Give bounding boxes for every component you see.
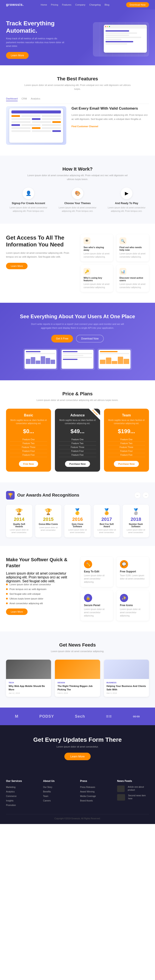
award-5-desc: Lorem ipsum dolor sit amet consectetur. [126,528,145,534]
footer-about-list: Our Story Benefits Team Careers [43,786,75,802]
info-right: 👁 See who's staying away Lorem ipsum dol… [80,234,149,292]
info-card-4: 📊 Discover most active users Lorem ipsum… [117,265,149,292]
awards-prev-button[interactable]: ← [134,492,141,498]
features-tabs: Dashboard CRM Analytics [6,97,149,101]
navbar-cta-button[interactable]: Download Now [126,2,149,7]
quick-cta-button[interactable]: Learn More [6,608,27,615]
pricing-feature: Feature Five [108,453,145,457]
info-section: Get Access To All The Information You Ne… [0,224,155,303]
quick-card-edit-desc: Lorem ipsum dolor sit amet consectetur a… [84,574,110,584]
step-2: 🎨 Choose Your Themes Lorem ipsum dolor s… [55,188,100,213]
footer-service-4: Insights [6,799,38,802]
news-section: Get News Feeds Lorem ipsum dolor sit ame… [0,632,155,708]
features-link[interactable]: Find Customer Channel [72,125,98,127]
quick-title: Make Your Softwer Quick & Faster [6,557,75,569]
pricing-team-button[interactable]: Purchase Now [114,461,139,467]
awards-title: 🏆 Our Awards And Recognitions [6,491,79,500]
banner-secondary-button[interactable]: Download Now [76,335,104,342]
quick-card-icons-desc: Lorem ipsum dolor sit amet consectetur a… [120,608,145,617]
award-3-desc: Lorem ipsum dolor sit amet consectetur. [68,528,87,534]
footer-news-item-1: Article one about product [117,786,149,792]
quick-section: Make Your Softwer Quick & Faster Lorem i… [0,546,155,632]
award-4-name: Best Css Soft Award [97,523,117,528]
news-card-2-title[interactable]: The Right Thinking Biggen Job Picking Th… [58,684,97,691]
hero-cta-button[interactable]: Learn More [6,52,29,59]
nav-link-features[interactable]: Features [62,3,71,6]
info-card-2-desc: Lorem ipsum dolor sit amet consectetur a… [120,252,146,258]
quick-feature-3: Sed feugiat odio velit volutpat [6,593,75,595]
info-card-1-icon: 👁 [83,237,90,244]
pricing-cards: Basic Morbi sagittis lacus ac diam facil… [6,409,149,472]
awards-nav: ← → [134,492,149,498]
footer-services: Our Services Marketing Analytics Commerc… [6,780,38,808]
footer-news-text-1: Article one about product [128,786,149,792]
nav-link-blog[interactable]: Blog [105,3,109,6]
quick-card-icons-title: Free Icons [120,604,145,607]
banner-primary-button[interactable]: Get It Free [51,335,73,342]
news-card-3-title[interactable]: Helping Your Business And Clients Safe W… [107,684,146,691]
step-2-icon: 🎨 [72,188,83,199]
news-cards: TECH Why Web App Mobile Should Be More J… [6,660,149,697]
quick-card-icons-icon: ✨ [120,594,128,602]
step-1: 👤 Signup For Create Account Lorem ipsum … [6,188,51,213]
nav-link-changelog[interactable]: Changelog [89,3,101,6]
pricing-card-team-features: Feature One Feature Two Feature Three Fe… [108,438,145,457]
award-4-year: 2017 [97,517,117,522]
newsletter-cta-button[interactable]: Learn More [64,752,91,760]
footer-press-3: Media Coverage [80,795,112,798]
quick-feature-4-dot [6,598,8,600]
quick-feature-5-dot [6,603,8,604]
features-row: Get Every Email With Valid Customers Lor… [6,106,149,145]
hero-content: Track Everything Automatic. Keep track o… [6,20,78,59]
pricing-feature: Feature Five [10,453,47,457]
pricing-card-team-price: $199... [108,428,145,435]
quick-card-secure-desc: Lorem ipsum dolor sit amet consectetur a… [84,608,110,617]
navbar: growssis. Home Pricing Features Company … [0,0,155,10]
quick-feature-1-dot [6,584,8,585]
pricing-feature: Feature One [108,438,145,442]
hero-image-box [93,22,149,57]
nav-link-home[interactable]: Home [41,3,47,6]
award-4-trophy: 🏅 [97,508,117,515]
footer-about-title: About Us [43,780,75,783]
footer-press-2: Award Winning [80,790,112,793]
nav-link-company[interactable]: Company [75,3,85,6]
news-card-3-body: BUSINESS Helping Your Business And Clien… [104,679,149,697]
footer-service-1: Marketing [6,786,38,789]
quick-left: Make Your Softwer Quick & Faster Lorem i… [6,557,75,615]
hero-screen-mock [104,25,147,52]
news-card-3-tag: BUSINESS [107,682,146,684]
features-tab-dashboard[interactable]: Dashboard [6,97,18,101]
footer-press-1: Press Releases [80,786,112,789]
pricing-feature: Feature Two [59,442,96,445]
pricing-card-advance: Popular Advance Morbi sagittis lacus ac … [55,409,100,472]
pricing-card-team: Team Morbi sagittis lacus ac diam facili… [104,409,149,472]
newsletter-subtitle: Lorem ipsum dolor sit amet consectetur. [6,745,149,748]
pricing-feature: Feature Three [108,445,145,449]
partner-logo-3: Sech [75,714,85,719]
pricing-advance-button[interactable]: Purchase Now [65,461,90,467]
info-cta-button[interactable]: Learn More [6,263,27,269]
pricing-card-advance-price: $49... [59,428,96,435]
how-section-title: How It Work? [6,166,149,172]
quick-card-support-icon: 💬 [120,560,128,568]
footer-about: About Us Our Story Benefits Team Careers [43,780,75,808]
step-3-desc: Lorem ipsum dolor sit amet consectetur a… [104,206,149,213]
hero-image [78,22,149,57]
banner-screen-1 [23,348,58,370]
news-card-2-image [55,660,100,679]
nav-link-pricing[interactable]: Pricing [51,3,58,6]
step-1-icon: 👤 [22,188,34,199]
how-section-subtitle: Lorem ipsum dolor sit amet consectetur a… [24,173,131,181]
awards-next-button[interactable]: → [142,492,149,498]
pricing-basic-button[interactable]: Free Now [19,461,38,467]
banner-screen-2 [60,348,95,370]
step-1-desc: Lorem ipsum dolor sit amet consectetur a… [6,206,51,213]
features-tab-crm[interactable]: CRM [22,97,27,101]
features-tab-analytics[interactable]: Analytics [31,97,40,101]
hero-section: Track Everything Automatic. Keep track o… [0,10,155,65]
news-card-1-title[interactable]: Why Web App Mobile Should Be More [9,684,48,691]
hero-title: Track Everything Automatic. [6,20,78,34]
features-mock-screen [9,108,63,143]
info-card-1-desc: Lorem ipsum dolor sit amet consectetur a… [83,252,110,258]
